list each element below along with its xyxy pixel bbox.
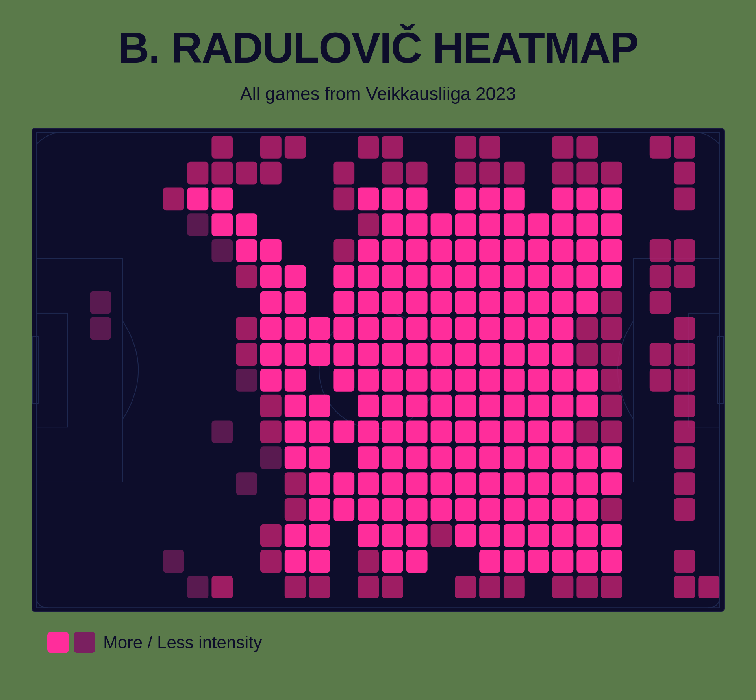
svg-rect-48 (674, 188, 695, 211)
svg-rect-148 (674, 343, 695, 366)
svg-rect-256 (576, 524, 598, 547)
svg-rect-54 (406, 213, 428, 236)
svg-rect-141 (479, 343, 500, 366)
svg-rect-77 (601, 239, 622, 262)
svg-rect-51 (236, 213, 257, 236)
svg-rect-220 (431, 472, 452, 495)
svg-rect-206 (479, 446, 500, 469)
svg-rect-129 (601, 317, 622, 340)
svg-rect-82 (285, 265, 306, 288)
svg-rect-176 (528, 395, 549, 417)
svg-rect-231 (333, 498, 354, 521)
legend: More / Less intensity (47, 632, 262, 653)
svg-rect-254 (528, 524, 549, 547)
svg-rect-280 (504, 576, 525, 598)
svg-rect-180 (674, 395, 695, 417)
svg-rect-43 (479, 188, 500, 211)
svg-rect-166 (260, 395, 282, 417)
svg-rect-156 (431, 369, 452, 392)
svg-rect-191 (479, 421, 500, 443)
svg-rect-199 (285, 446, 306, 469)
svg-rect-170 (382, 395, 403, 417)
svg-rect-143 (528, 343, 549, 366)
svg-rect-13 (358, 136, 379, 159)
svg-rect-269 (576, 550, 598, 573)
svg-rect-26 (382, 162, 403, 185)
svg-rect-144 (552, 343, 574, 366)
svg-rect-47 (601, 188, 622, 211)
svg-rect-201 (358, 446, 379, 469)
svg-rect-99 (285, 291, 306, 314)
svg-rect-72 (479, 239, 500, 262)
svg-rect-192 (504, 421, 525, 443)
svg-rect-266 (504, 550, 525, 573)
svg-rect-200 (309, 446, 330, 469)
svg-rect-102 (382, 291, 403, 314)
svg-rect-14 (382, 136, 403, 159)
svg-rect-190 (455, 421, 476, 443)
svg-rect-105 (455, 291, 476, 314)
svg-rect-169 (358, 395, 379, 417)
svg-rect-235 (431, 498, 452, 521)
svg-rect-107 (504, 291, 525, 314)
svg-rect-109 (552, 291, 574, 314)
svg-rect-237 (479, 498, 500, 521)
svg-rect-20 (674, 136, 695, 159)
svg-rect-19 (650, 136, 671, 159)
heatmap-field (32, 128, 724, 612)
svg-rect-29 (479, 162, 500, 185)
svg-rect-173 (455, 395, 476, 417)
svg-rect-226 (576, 472, 598, 495)
svg-rect-268 (552, 550, 574, 573)
svg-rect-98 (260, 291, 282, 314)
svg-rect-79 (674, 239, 695, 262)
svg-rect-75 (552, 239, 574, 262)
svg-rect-175 (504, 395, 525, 417)
svg-rect-259 (260, 550, 282, 573)
svg-rect-121 (406, 317, 428, 340)
svg-rect-69 (406, 239, 428, 262)
svg-rect-45 (552, 188, 574, 211)
svg-rect-52 (358, 213, 379, 236)
svg-rect-138 (406, 343, 428, 366)
svg-rect-253 (504, 524, 525, 547)
svg-rect-277 (382, 576, 403, 598)
svg-rect-221 (455, 472, 476, 495)
svg-rect-184 (309, 421, 330, 443)
svg-rect-264 (406, 550, 428, 573)
svg-rect-67 (358, 239, 379, 262)
svg-rect-53 (382, 213, 403, 236)
svg-rect-265 (479, 550, 500, 573)
svg-rect-114 (236, 317, 257, 340)
svg-rect-18 (576, 136, 598, 159)
svg-rect-205 (455, 446, 476, 469)
svg-rect-172 (431, 395, 452, 417)
svg-rect-76 (576, 239, 598, 262)
svg-rect-228 (674, 472, 695, 495)
svg-rect-27 (406, 162, 428, 185)
legend-low-dot (74, 632, 95, 653)
svg-rect-11 (260, 136, 282, 159)
svg-rect-198 (260, 446, 282, 469)
svg-rect-227 (601, 472, 622, 495)
svg-rect-125 (504, 317, 525, 340)
svg-rect-116 (285, 317, 306, 340)
svg-rect-155 (406, 369, 428, 392)
svg-rect-88 (455, 265, 476, 288)
svg-rect-168 (309, 395, 330, 417)
svg-rect-234 (406, 498, 428, 521)
svg-rect-146 (601, 343, 622, 366)
svg-rect-86 (406, 265, 428, 288)
svg-rect-207 (504, 446, 525, 469)
svg-rect-73 (504, 239, 525, 262)
svg-rect-230 (309, 498, 330, 521)
svg-rect-41 (406, 188, 428, 211)
svg-rect-238 (504, 498, 525, 521)
svg-rect-135 (333, 343, 354, 366)
svg-rect-214 (285, 472, 306, 495)
svg-rect-193 (528, 421, 549, 443)
svg-rect-251 (455, 524, 476, 547)
svg-rect-223 (504, 472, 525, 495)
svg-rect-257 (601, 524, 622, 547)
svg-rect-240 (552, 498, 574, 521)
